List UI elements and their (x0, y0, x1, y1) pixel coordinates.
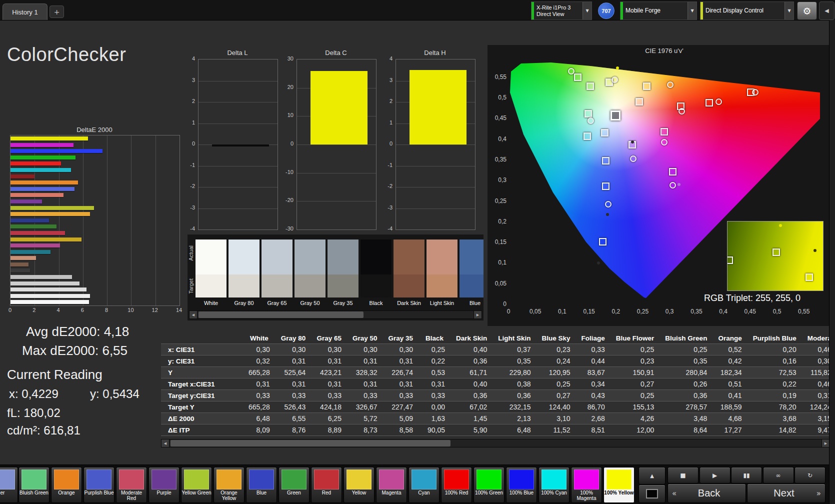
swatch-scrollbar[interactable]: ◀ ▶ (189, 310, 482, 319)
max-de2000-value: Max dE2000: 6,55 (22, 343, 128, 358)
patch-button-er[interactable]: er (0, 467, 18, 503)
pause-button[interactable]: ▮▮ (731, 467, 762, 484)
patch-button-purple[interactable]: Purple (148, 467, 180, 503)
y-tick-label: 0 (284, 140, 294, 146)
patch-color-chip (184, 470, 209, 490)
pattern-window-button[interactable] (638, 484, 666, 503)
table-cell: 83,67 (576, 367, 610, 378)
stop-button[interactable]: ■ (668, 467, 698, 484)
x-tick-label: 10 (126, 307, 136, 313)
table-row: x: CIE310,300,300,300,300,300,250,400,37… (161, 344, 829, 356)
scrollbar-track[interactable] (170, 440, 822, 447)
chevron-down-icon[interactable]: ▼ (688, 2, 696, 20)
y-tick-label: 0,5 (488, 94, 506, 101)
patch-button-red[interactable]: Red (311, 467, 342, 503)
table-cell: 0,40 (450, 344, 492, 356)
table-cell: 0,31 (243, 378, 276, 390)
table-cell: 0,25 (610, 344, 660, 356)
inset-marker (772, 248, 780, 256)
swatch-blue: Blue (460, 234, 484, 310)
de2000-bar (10, 282, 80, 286)
target-point (574, 74, 582, 81)
table-cell: 0,36 (450, 356, 492, 367)
scroll-left-icon[interactable]: ◀ (190, 311, 198, 318)
swatch-dark-skin: Dark Skin (394, 234, 424, 310)
play-button[interactable]: ▶ (700, 467, 730, 484)
table-cell: 6,48 (492, 424, 536, 436)
table-cell: 6,25 (311, 413, 347, 424)
patch-button-purplish-blue[interactable]: Purplish Blue (84, 467, 114, 503)
gridline (396, 166, 475, 166)
patch-button-label: Magenta (376, 490, 406, 496)
continuous-button[interactable]: ∞ (763, 467, 794, 484)
plot-area (396, 59, 476, 230)
target-point (586, 82, 594, 90)
patch-button-100-blue[interactable]: 100% Blue (506, 467, 537, 503)
patch-button-orange[interactable]: Orange (51, 467, 82, 503)
patch-button-magenta[interactable]: Magenta (376, 467, 407, 503)
meter-dropdown-text: X-Rite i1Pro 3 Direct View (534, 2, 582, 20)
swatch-actual-color (294, 240, 326, 274)
de2000-bar (10, 262, 28, 266)
patch-button-yellow[interactable]: Yellow (344, 467, 374, 503)
de2000-bar (10, 224, 56, 228)
table-cell: 0,31 (276, 378, 312, 390)
loop-button[interactable]: ↻ (794, 467, 826, 484)
patch-button-orange-yellow[interactable]: Orange Yellow (214, 467, 244, 503)
table-cell: 665,28 (243, 402, 276, 413)
next-button[interactable]: Next » (747, 484, 826, 503)
table-cell: 0,26 (660, 378, 712, 390)
source-dropdown[interactable]: Mobile Forge ▼ (620, 2, 697, 20)
y-tick-label: 0,3 (488, 176, 506, 184)
patch-button-100-magenta[interactable]: 100% Magenta (571, 467, 602, 503)
y-tick-label: 4 (382, 56, 392, 62)
collapse-panel-icon[interactable]: ◀ (819, 2, 834, 20)
gear-icon[interactable]: ⚙ (797, 2, 817, 20)
gridline (297, 201, 376, 202)
scrollbar-track[interactable] (198, 311, 474, 318)
patch-button-100-red[interactable]: 100% Red (441, 467, 472, 503)
scroll-up-patches-button[interactable]: ▲ (638, 467, 666, 484)
table-cell: 12,00 (610, 424, 660, 436)
back-button[interactable]: « Back (668, 484, 746, 503)
table-scrollbar[interactable]: ◀ ▶ (161, 439, 830, 448)
chevron-down-icon[interactable]: ▼ (784, 2, 794, 20)
table-row: ΔE ITP8,098,768,898,738,5890,055,906,481… (161, 424, 829, 436)
patch-button-bluish-green[interactable]: Bluish Green (18, 467, 50, 503)
table-cell: 8,64 (660, 424, 712, 436)
y-tick-label: 1 (185, 120, 195, 126)
patch-button-100-green[interactable]: 100% Green (474, 467, 504, 503)
patch-button-blue[interactable]: Blue (246, 467, 277, 503)
display-control-dropdown[interactable]: Direct Display Control ▼ (700, 2, 794, 20)
tab-history-1[interactable]: History 1 (2, 4, 48, 20)
chart-title: Delta L (198, 49, 277, 56)
add-tab-button[interactable]: + (50, 6, 64, 18)
scrollbar-thumb[interactable] (198, 312, 364, 318)
scroll-right-icon[interactable]: ▶ (474, 311, 482, 318)
y-tick-label: 0,1 (488, 259, 506, 266)
meter-dropdown[interactable]: X-Rite i1Pro 3 Direct View ▼ (531, 2, 592, 20)
patch-button-100-yellow[interactable]: 100% Yellow (604, 467, 634, 503)
measured-point (667, 82, 674, 88)
table-cell: 5,09 (382, 413, 418, 424)
swatch-actual-color (196, 240, 226, 274)
scroll-right-icon[interactable]: ▶ (822, 440, 830, 447)
table-cell: 229,80 (492, 367, 536, 378)
patch-color-chip (0, 470, 15, 490)
swatch-actual-color (328, 240, 358, 274)
patch-button-100-cyan[interactable]: 100% Cyan (538, 467, 570, 503)
delta-value-bar (410, 70, 466, 144)
swatch-target-color (196, 274, 226, 298)
table-cell: 280,84 (660, 367, 712, 378)
patch-button-green[interactable]: Green (278, 467, 310, 503)
patch-color-chip (152, 470, 176, 490)
swatch-gray-50: Gray 50 (294, 234, 326, 310)
scrollbar-thumb[interactable] (170, 440, 450, 446)
scroll-left-icon[interactable]: ◀ (162, 440, 170, 447)
patch-button-cyan[interactable]: Cyan (408, 467, 440, 503)
measurement-count-badge: 707 (598, 2, 614, 19)
patch-button-yellow-green[interactable]: Yellow Green (181, 467, 212, 503)
chevron-down-icon[interactable]: ▼ (582, 2, 592, 20)
patch-button-moderate-red[interactable]: Moderate Red (116, 467, 147, 503)
corner-cell (161, 333, 243, 344)
